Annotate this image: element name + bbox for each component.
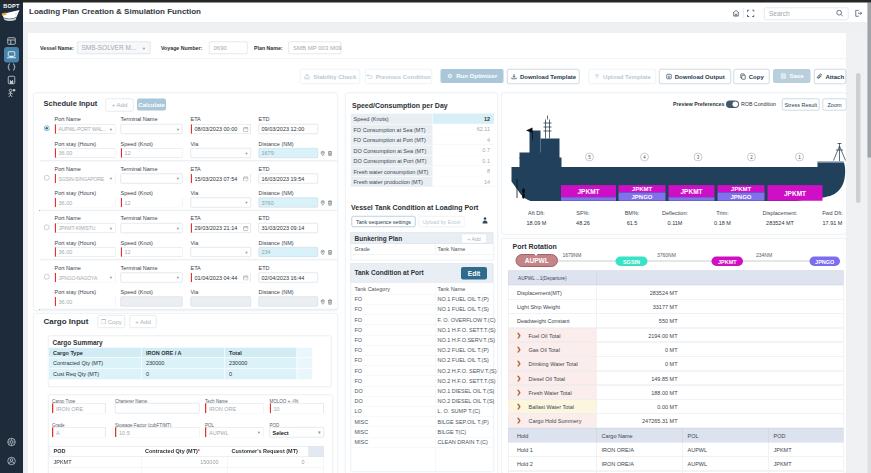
svg-text:JPKMT: JPKMT	[577, 188, 599, 195]
svg-text:JPKMT: JPKMT	[680, 188, 702, 195]
svg-text:JPKMT: JPKMT	[784, 190, 806, 197]
svg-text:JPNGO: JPNGO	[730, 194, 751, 200]
svg-text:JPNGO: JPNGO	[631, 194, 652, 200]
svg-text:JPKMT: JPKMT	[632, 186, 653, 192]
svg-text:JPKMT: JPKMT	[731, 186, 752, 192]
